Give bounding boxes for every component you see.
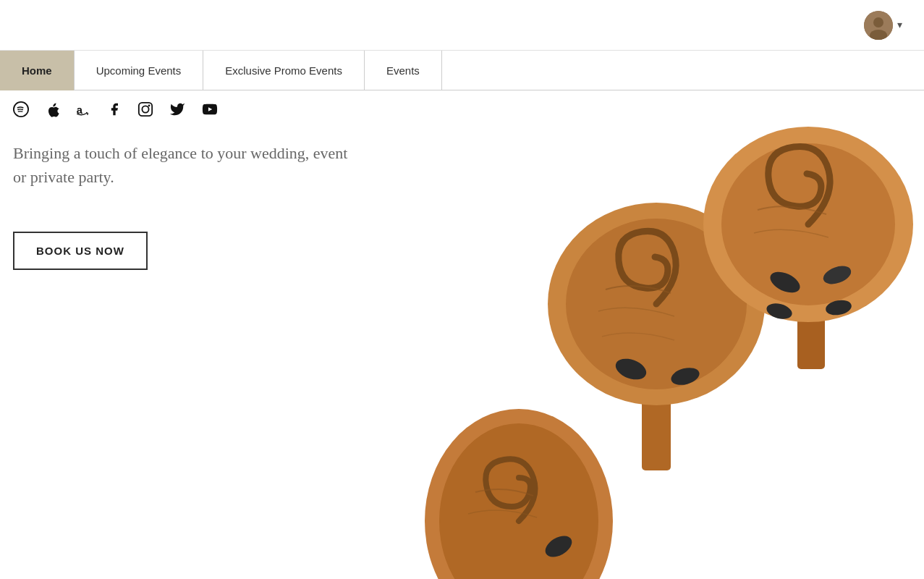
youtube-icon[interactable]: [201, 101, 219, 117]
nav-item-events[interactable]: Events: [365, 51, 442, 90]
facebook-icon[interactable]: [107, 101, 122, 117]
user-avatar[interactable]: [864, 11, 893, 40]
svg-point-7: [148, 105, 151, 107]
hero-section: Bringing a touch of elegance to your wed…: [13, 141, 360, 189]
twitter-icon[interactable]: [169, 101, 185, 117]
apple-icon[interactable]: [45, 101, 59, 117]
top-bar: ▾: [0, 0, 924, 51]
nav-item-home[interactable]: Home: [0, 51, 75, 90]
svg-point-1: [873, 17, 883, 28]
spotify-icon[interactable]: [13, 101, 29, 117]
social-bar: a: [13, 101, 219, 117]
nav-item-exclusive-promo-events[interactable]: Exclusive Promo Events: [203, 51, 365, 90]
hero-tagline: Bringing a touch of elegance to your wed…: [13, 141, 360, 189]
user-dropdown-arrow[interactable]: ▾: [897, 19, 902, 31]
violin-scrolls-image: [374, 123, 924, 579]
svg-point-6: [142, 106, 148, 112]
amazon-icon[interactable]: a: [75, 101, 91, 117]
book-us-now-button[interactable]: BOOK US NOW: [13, 232, 148, 270]
svg-rect-5: [139, 103, 152, 116]
navigation: Home Upcoming Events Exclusive Promo Eve…: [0, 51, 924, 90]
nav-item-upcoming-events[interactable]: Upcoming Events: [75, 51, 204, 90]
instagram-icon[interactable]: [137, 101, 153, 117]
